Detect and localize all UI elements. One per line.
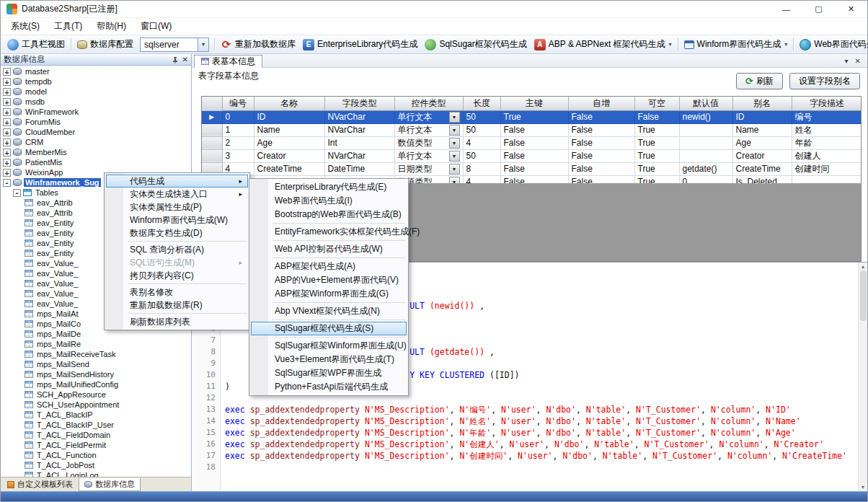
- toolbar-button[interactable]: AABP & ABPNext 框架代码生成▾: [531, 37, 676, 52]
- dropdown-button-icon[interactable]: ▼: [449, 151, 460, 162]
- tree-node[interactable]: mps_MailDe: [1, 329, 191, 339]
- row-header[interactable]: ▶: [202, 110, 222, 123]
- close-panel-icon[interactable]: ✕: [182, 56, 188, 63]
- grid-column-header[interactable]: 别名: [732, 97, 792, 110]
- tree-node[interactable]: mps_MailReceiveTask: [1, 349, 191, 359]
- pin-icon[interactable]: [172, 56, 179, 63]
- menu-item[interactable]: 系统(S): [4, 18, 47, 35]
- vertical-scrollbar[interactable]: ▲ ▼: [858, 263, 867, 491]
- grid-cell[interactable]: False: [568, 175, 634, 183]
- tree-node[interactable]: SCH_UserAppointment: [1, 400, 191, 410]
- tree-node[interactable]: +CRM: [1, 137, 191, 147]
- grid-column-header[interactable]: 名称: [254, 97, 324, 110]
- grid-cell[interactable]: 8: [463, 162, 500, 175]
- toolbar-button[interactable]: 工具栏视图: [4, 37, 68, 52]
- grid-cell[interactable]: [679, 136, 732, 149]
- grid-cell[interactable]: newid(): [679, 110, 732, 123]
- grid-column-header[interactable]: 字段描述: [792, 97, 861, 110]
- tree-expander[interactable]: +: [3, 118, 11, 126]
- menu-item[interactable]: Winform界面代码生成(W): [106, 213, 248, 226]
- tree-expander[interactable]: +: [3, 159, 11, 167]
- tree-node[interactable]: T_ACL_FieldPermit: [1, 440, 191, 450]
- grid-cell[interactable]: NVarChar: [324, 149, 394, 162]
- grid-cell[interactable]: False: [568, 149, 634, 162]
- menu-item[interactable]: Web API控制器代码生成(W): [251, 242, 407, 256]
- dropdown-button-icon[interactable]: ▼: [449, 138, 460, 149]
- grid-cell[interactable]: True: [634, 136, 679, 149]
- tree-node[interactable]: T_ACL_LoginLog: [1, 470, 191, 477]
- scroll-up-icon[interactable]: ▲: [861, 264, 866, 269]
- grid-cell[interactable]: CreateTime: [254, 162, 324, 175]
- grid-cell[interactable]: False: [568, 110, 634, 123]
- grid-cell[interactable]: Int: [324, 136, 394, 149]
- dropdown-button-icon[interactable]: ▼: [449, 125, 460, 136]
- grid-cell[interactable]: CreateTime: [732, 162, 792, 175]
- tree-node[interactable]: +msdb: [1, 97, 191, 107]
- grid-cell[interactable]: False: [500, 149, 568, 162]
- grid-cell[interactable]: False: [500, 123, 568, 136]
- chevron-down-icon[interactable]: ▾: [669, 41, 672, 48]
- close-tab-icon[interactable]: ✕: [855, 57, 861, 65]
- tab-table-basic-info[interactable]: 表基本信息: [194, 55, 262, 68]
- tree-expander[interactable]: +: [3, 128, 11, 136]
- menu-item[interactable]: Python+FastApi后端代码生成: [251, 380, 407, 394]
- tree-node[interactable]: +PatientMis: [1, 157, 191, 167]
- minimize-button[interactable]: —: [770, 1, 802, 17]
- menu-item[interactable]: 工具(T): [47, 18, 89, 35]
- grid-cell[interactable]: False: [500, 175, 568, 183]
- grid-cell[interactable]: [679, 123, 732, 136]
- grid-cell[interactable]: False: [500, 162, 568, 175]
- grid-cell[interactable]: 3: [222, 149, 254, 162]
- grid-cell[interactable]: True: [634, 175, 679, 183]
- database-type-combo[interactable]: sqlserver▼: [140, 38, 209, 52]
- menu-item[interactable]: 拷贝列表内容(C): [106, 269, 248, 282]
- grid-cell[interactable]: False: [568, 123, 634, 136]
- grid-cell[interactable]: [679, 149, 732, 162]
- grid-column-header[interactable]: 可空: [634, 97, 679, 110]
- grid-cell[interactable]: 0: [222, 110, 254, 123]
- grid-cell[interactable]: Age: [732, 136, 792, 149]
- scroll-down-icon[interactable]: ▼: [861, 485, 866, 490]
- grid-cell[interactable]: Creator: [732, 149, 792, 162]
- grid-cell[interactable]: NVarChar: [324, 123, 394, 136]
- menu-item[interactable]: Vue3+Element界面代码生成(T): [251, 353, 407, 366]
- grid-cell[interactable]: True: [500, 110, 568, 123]
- grid-cell[interactable]: Creator: [254, 149, 324, 162]
- menu-item[interactable]: ABP的Vue+Element界面代码(V): [251, 273, 407, 287]
- grid-cell[interactable]: 单行文本▼: [394, 110, 463, 123]
- menu-item[interactable]: SqlSugar框架WPF界面生成: [251, 366, 407, 380]
- tree-expander[interactable]: +: [3, 68, 11, 76]
- menu-item[interactable]: SqlSugar框架代码生成(S): [251, 322, 407, 335]
- grid-cell[interactable]: True: [634, 162, 679, 175]
- toolbar-button[interactable]: EEnterpriseLibrary代码生成: [299, 37, 421, 52]
- tree-expander[interactable]: +: [3, 138, 11, 146]
- dropdown-button-icon[interactable]: ▼: [449, 164, 460, 175]
- grid-cell[interactable]: NVarChar: [324, 110, 394, 123]
- tree-node[interactable]: mps_MailUnifiedConfig: [1, 379, 191, 389]
- grid-cell[interactable]: False: [634, 110, 679, 123]
- menu-item[interactable]: 刷新数据库列表: [106, 315, 248, 328]
- chevron-down-icon[interactable]: ▼: [198, 38, 208, 51]
- grid-cell[interactable]: 数值类型▼: [394, 136, 463, 149]
- grid-cell[interactable]: 姓名: [792, 123, 861, 136]
- toolbar-button[interactable]: Web界面代码生成▾: [796, 37, 868, 52]
- grid-cell[interactable]: 年龄: [792, 136, 861, 149]
- set-field-alias-button[interactable]: 设置字段别名: [789, 73, 860, 89]
- menu-item[interactable]: 帮助(H): [89, 18, 133, 35]
- toolbar-button[interactable]: ⟳重新加载数据库: [217, 37, 299, 52]
- tree-node[interactable]: SCH_AppResource: [1, 389, 191, 400]
- grid-cell[interactable]: 单行文本▼: [394, 149, 463, 162]
- grid-column-header[interactable]: 自增: [568, 97, 634, 110]
- menu-item[interactable]: ABP框架Winform界面生成(G): [251, 287, 407, 301]
- grid-cell[interactable]: 编号: [792, 110, 861, 123]
- grid-cell[interactable]: ID: [732, 110, 792, 123]
- tree-node[interactable]: T_ACL_JobPost: [1, 460, 191, 470]
- menu-item[interactable]: 实体类属性生成(P): [106, 201, 248, 213]
- maximize-button[interactable]: ▢: [802, 1, 835, 17]
- grid-column-header[interactable]: 编号: [222, 97, 254, 110]
- grid-cell[interactable]: 4: [463, 136, 500, 149]
- grid-cell[interactable]: ID: [254, 110, 324, 123]
- menu-item[interactable]: 窗口(W): [133, 18, 179, 35]
- menu-item[interactable]: 重新加载数据库(R): [106, 299, 248, 312]
- tree-expander[interactable]: -: [13, 189, 21, 197]
